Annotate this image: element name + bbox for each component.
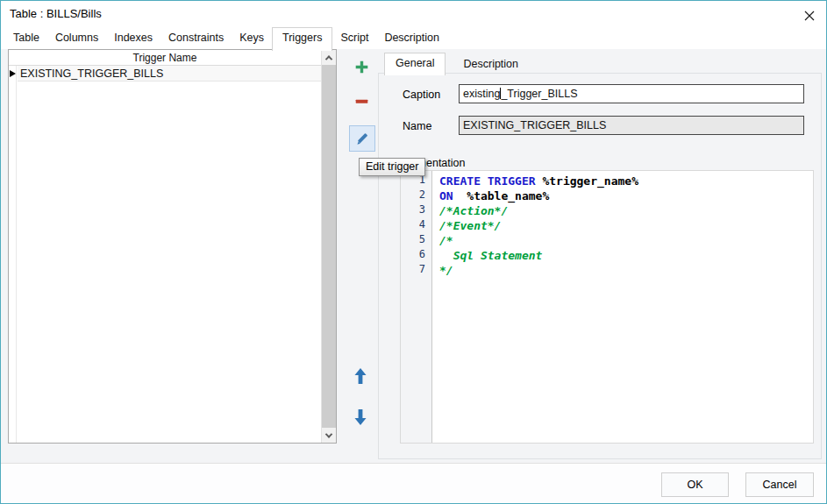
tab-description[interactable]: Description [376, 27, 447, 49]
line-number: 5 [401, 233, 431, 248]
detail-tab-description[interactable]: Description [454, 53, 527, 75]
line-number: 2 [401, 188, 431, 203]
code-segment-id: %trigger_name% [542, 174, 638, 188]
code-line[interactable]: /* [439, 233, 813, 248]
add-trigger-button[interactable] [353, 58, 370, 75]
tab-triggers[interactable]: Triggers [272, 27, 332, 51]
line-number: 7 [401, 263, 431, 278]
editor-gutter: 1234567 [401, 171, 432, 443]
code-segment-cm: /*Event*/ [439, 219, 501, 232]
code-segment-kw: ON [439, 189, 453, 202]
title-bar: Table : BILLS/Bills [1, 1, 826, 27]
pencil-icon [355, 131, 370, 146]
code-line[interactable]: /*Action*/ [439, 203, 813, 218]
scroll-down-button[interactable] [322, 428, 336, 443]
code-line[interactable]: ON %table_name% [439, 188, 813, 203]
caption-value-before-caret: existing [463, 88, 500, 100]
implementation-code-editor[interactable]: 1234567 CREATE TRIGGER %trigger_name%ON … [400, 170, 814, 444]
window-title: Table : BILLS/Bills [10, 7, 102, 20]
scrollbar-thumb[interactable] [322, 65, 336, 428]
current-row-marker-icon [10, 70, 16, 77]
close-icon [802, 9, 816, 23]
trigger-list-scrollbar[interactable] [321, 50, 336, 443]
main-tabs: TableColumnsIndexesConstraintsKeysTrigge… [5, 28, 447, 49]
arrow-up-icon [353, 366, 368, 386]
name-label: Name [403, 120, 431, 132]
ok-button[interactable]: OK [661, 472, 729, 497]
chevron-down-icon [325, 430, 332, 437]
detail-tabs: GeneralDescription [384, 53, 527, 75]
caption-input[interactable]: existing_Trigger_BILLS [459, 84, 804, 103]
caption-label: Caption [403, 89, 440, 101]
cancel-button[interactable]: Cancel [745, 472, 814, 497]
line-number: 6 [401, 248, 431, 263]
line-number: 3 [401, 203, 431, 218]
tab-table[interactable]: Table [5, 27, 47, 49]
edit-trigger-tooltip: Edit trigger [359, 158, 425, 176]
code-line[interactable]: */ [439, 263, 813, 278]
tab-script[interactable]: Script [332, 27, 376, 49]
detail-tab-general[interactable]: General [384, 53, 446, 75]
trigger-list-panel: Trigger Name EXISTING_TRIGGER_BILLS [8, 49, 337, 444]
code-segment-kw: CREATE TRIGGER [439, 174, 542, 188]
arrow-down-icon [353, 408, 368, 427]
code-segment-cm: /*Action*/ [439, 204, 508, 217]
move-up-button[interactable] [352, 366, 369, 387]
tab-columns[interactable]: Columns [47, 27, 106, 49]
trigger-list-header: Trigger Name [9, 50, 321, 66]
tab-indexes[interactable]: Indexes [106, 27, 160, 49]
tab-keys[interactable]: Keys [232, 27, 272, 49]
close-button[interactable] [802, 9, 816, 23]
code-segment-cm: /* [439, 234, 453, 247]
trigger-list-rows: EXISTING_TRIGGER_BILLS [18, 66, 321, 82]
row-indicator-column [9, 66, 17, 443]
table-editor-dialog: Table : BILLS/Bills TableColumnsIndexesC… [0, 0, 827, 504]
code-segment-cm: Sql Statement [439, 249, 542, 262]
trigger-row[interactable]: EXISTING_TRIGGER_BILLS [18, 66, 321, 82]
move-down-button[interactable] [352, 407, 369, 428]
code-line[interactable]: CREATE TRIGGER %trigger_name% [439, 174, 813, 188]
caption-value-after-caret: _Trigger_BILLS [501, 88, 577, 100]
plus-icon [354, 60, 369, 75]
edit-trigger-button[interactable] [349, 125, 375, 152]
line-number: 4 [401, 218, 431, 233]
name-input[interactable]: EXISTING_TRIGGER_BILLS [459, 116, 804, 135]
code-segment-id: %table_name% [453, 189, 550, 202]
remove-trigger-button[interactable] [353, 92, 370, 110]
tab-constraints[interactable]: Constraints [160, 27, 232, 49]
code-line[interactable]: Sql Statement [439, 248, 813, 263]
chevron-up-icon [325, 55, 332, 62]
code-line[interactable]: /*Event*/ [439, 218, 813, 233]
minus-icon [354, 94, 369, 109]
scroll-up-button[interactable] [322, 50, 336, 65]
editor-code[interactable]: CREATE TRIGGER %trigger_name%ON %table_n… [433, 171, 813, 443]
code-segment-cm: */ [439, 264, 453, 277]
